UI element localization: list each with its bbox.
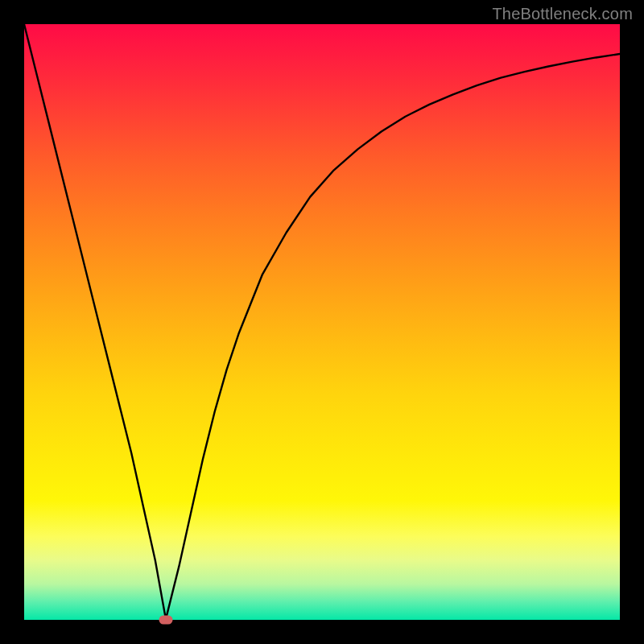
- curve-svg: [24, 24, 620, 620]
- plot-area: [24, 24, 620, 620]
- chart-frame: TheBottleneck.com: [0, 0, 644, 644]
- minimum-marker: [159, 616, 173, 625]
- watermark-text: TheBottleneck.com: [492, 5, 633, 23]
- bottleneck-curve-path: [24, 24, 620, 620]
